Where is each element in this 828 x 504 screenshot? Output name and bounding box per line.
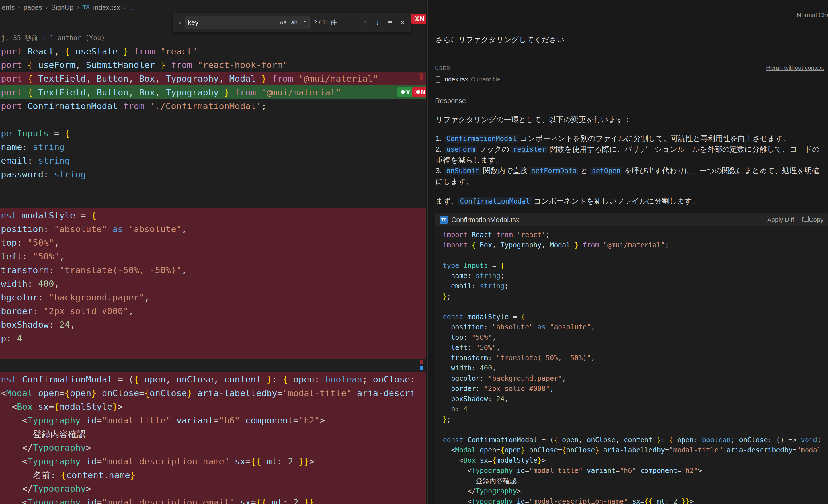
code-line: position: "absolute" as "absolute", (0, 222, 426, 236)
used-label: USED (435, 66, 450, 72)
git-blame-annotation[interactable]: j, 35 秒前 | 1 author (You) (1, 34, 105, 42)
find-widget: › Aa ab .* ? / 11 件 ↑ ↓ ≡ × (173, 13, 411, 32)
find-input[interactable] (188, 18, 276, 27)
code-line: password: string (0, 167, 426, 181)
file-reference[interactable]: index.tsx Current file (436, 76, 500, 83)
code-block-header: TS ConfirmationModal.tsx + Apply Diff Co… (436, 213, 828, 226)
code-line: pe Inputs = { (0, 126, 426, 140)
code-line: <Typography id="modal-description-name" … (0, 455, 426, 468)
code-line: </Typography> (443, 486, 828, 496)
find-close-button[interactable]: × (398, 18, 408, 27)
code-line: p: 4 (443, 404, 828, 414)
rerun-without-context-link[interactable]: Rerun without context (766, 65, 824, 71)
code-line: top: "50%", (0, 236, 426, 249)
reject-all-keybinding-badge[interactable]: ⌘N (411, 14, 426, 24)
code-line: email: string (0, 154, 426, 167)
breadcrumb-separator-icon: › (124, 4, 126, 11)
code-line: }; (443, 414, 828, 425)
scrollbar[interactable] (417, 0, 426, 504)
code-line: <Typography id="modal-title" variant="h6… (0, 414, 426, 427)
code-line: <Modal open={open} onClose={onClose} ari… (443, 445, 828, 455)
app-root: { "editor": { "breadcrumb": { "items": [… (0, 0, 828, 504)
code-line: type Inputs = { (443, 260, 828, 271)
inline-code: ConfirmationModal (458, 197, 532, 205)
list-item: 1.ConfirmationModal コンポーネントを別のファイルに分割して、… (436, 133, 822, 144)
reject-diff-keybinding-badge[interactable]: ⌘N (412, 87, 426, 97)
code-line (0, 181, 426, 195)
code-line: <Typography id="modal-description-name" … (443, 496, 828, 504)
code-line: const modalStyle = { (443, 312, 828, 322)
breadcrumb-separator-icon: › (18, 4, 20, 11)
code-line: 登録内容確認 (0, 427, 426, 441)
plus-icon: + (761, 216, 765, 223)
whole-word-toggle[interactable]: ab (290, 19, 298, 27)
text-run: と (578, 166, 590, 175)
code-line: nst modalStyle = { (0, 208, 426, 222)
copy-button[interactable]: Copy (802, 216, 823, 223)
file-reference-note: Current file (471, 76, 500, 83)
typescript-file-icon: TS (82, 4, 90, 11)
apply-diff-button[interactable]: + Apply Diff (761, 216, 794, 223)
chat-panel: Normal Chat さらにリファクタリングしてください USED Rerun… (427, 0, 828, 504)
find-next-button[interactable]: ↓ (373, 18, 382, 27)
copy-icon (802, 217, 806, 222)
list-number: 2. (436, 145, 442, 154)
find-toggle-replace-chevron-icon[interactable]: › (177, 18, 182, 27)
code-line: <Typography id="modal-description-email"… (0, 496, 426, 504)
code-line: position: "absolute" as "absolute", (443, 322, 828, 332)
code-line: bgcolor: "background.paper", (0, 290, 426, 304)
breadcrumb-more[interactable]: ... (129, 3, 135, 11)
code-line: <Typography id="modal-title" variant="h6… (443, 466, 828, 476)
breadcrumb-file[interactable]: index.tsx (93, 3, 120, 11)
breadcrumb-separator-icon: › (77, 4, 79, 11)
regex-toggle[interactable]: .* (301, 19, 307, 27)
code-line: port { TextField, Button, Box, Typograph… (0, 72, 426, 85)
code-line: port { useForm, SubmitHandler } from "re… (0, 58, 426, 72)
find-in-selection-icon[interactable]: ≡ (385, 18, 395, 27)
code-line: const ConfirmationModal = ({ open, onClo… (443, 435, 828, 445)
response-paragraph: まず、ConfirmationModal コンポーネントを新しいファイルに分割し… (436, 196, 823, 207)
code-line: name: string (0, 140, 426, 154)
code-line: 登録内容確認 (443, 476, 828, 486)
code-line: port { TextField, Button, Box, Typograph… (0, 85, 426, 99)
inline-code: setFormData (530, 167, 578, 175)
code-line: port React, { useState } from "react" (0, 44, 426, 58)
code-line: width: 400, (0, 277, 426, 290)
code-line: <Box sx={modalStyle}> (0, 400, 426, 414)
code-line (0, 359, 426, 372)
text-run: まず、 (436, 197, 458, 205)
code-line (0, 195, 426, 208)
code-line: top: "50%", (443, 332, 828, 342)
breadcrumb-item[interactable]: pages (24, 3, 42, 11)
text-run: コンポーネントを別のファイルに分割して、可読性と再利用性を向上させます。 (518, 134, 790, 143)
text-run: コンポーネントを新しいファイルに分割します。 (532, 197, 700, 205)
code-line: transform: "translate(-50%, -50%)", (443, 353, 828, 363)
code-line: port ConfirmationModal from './Confirmat… (0, 99, 426, 113)
divider (428, 54, 828, 54)
overview-ruler-mark (420, 360, 423, 364)
code-line: transform: "translate(-50%, -50%)", (0, 263, 426, 277)
match-case-toggle[interactable]: Aa (279, 19, 288, 27)
find-previous-button[interactable]: ↑ (360, 18, 370, 27)
code-line: </Typography> (0, 482, 426, 496)
inline-code: useForm (445, 145, 477, 154)
code-line (0, 113, 426, 126)
code-line: <Modal open={open} onClose={onClose} ari… (0, 386, 426, 400)
list-number: 3. (436, 166, 442, 175)
code-line: bgcolor: "background.paper", (443, 373, 828, 384)
response-list: 1.ConfirmationModal コンポーネントを別のファイルに分割して、… (436, 133, 822, 187)
breadcrumb-item[interactable]: SignUp (51, 3, 74, 11)
code-editor[interactable]: port React, { useState } from "react"por… (0, 44, 426, 504)
file-reference-name: index.tsx (443, 76, 468, 83)
code-line: left: "50%", (443, 342, 828, 353)
response-intro: リファクタリングの一環として、以下の変更を行います： (436, 115, 823, 125)
inline-code: setOpen (590, 167, 622, 175)
chat-mode-selector[interactable]: Normal Chat (797, 11, 828, 19)
breadcrumb-item[interactable]: ents (2, 3, 14, 11)
code-block-content: import React from 'react';import { Box, … (436, 226, 828, 504)
overview-ruler-mark (420, 73, 423, 80)
code-line: import { Box, Typography, Modal } from "… (443, 240, 828, 250)
accept-diff-keybinding-badge[interactable]: ⌘Y (398, 87, 413, 97)
text-run: フックの (477, 145, 511, 154)
code-line: left: "50%", (0, 249, 426, 263)
